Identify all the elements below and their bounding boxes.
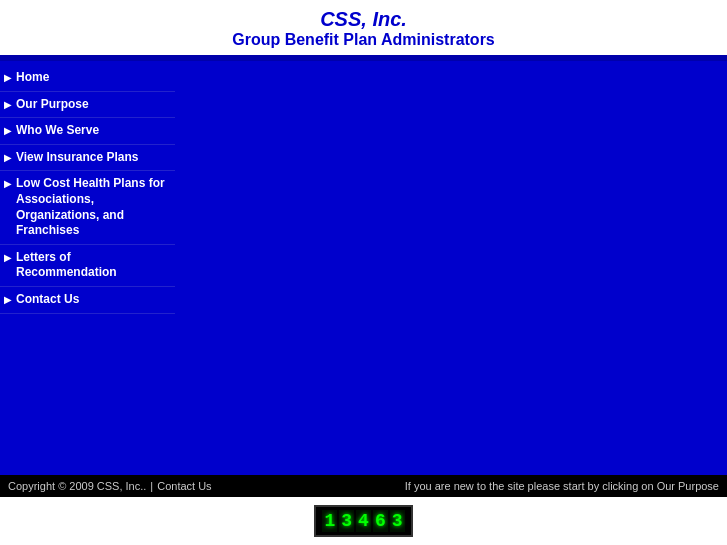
sidebar-item-label: Letters of Recommendation <box>16 250 169 281</box>
footer-copyright: Copyright © 2009 CSS, Inc.. <box>8 480 146 492</box>
sidebar-item-home[interactable]: ▶Home <box>0 65 175 92</box>
page-footer: Copyright © 2009 CSS, Inc.. | Contact Us… <box>0 475 727 497</box>
sidebar-item-label: View Insurance Plans <box>16 150 139 166</box>
site-subtitle: Group Benefit Plan Administrators <box>0 31 727 49</box>
sidebar-bullet-icon: ▶ <box>4 72 12 83</box>
sidebar: ▶Home▶Our Purpose▶Who We Serve▶View Insu… <box>0 61 175 475</box>
counter-digit-3: 6 <box>373 510 388 532</box>
counter-digit-4: 3 <box>390 510 405 532</box>
footer-separator: | <box>150 480 153 492</box>
counter-digit-0: 1 <box>322 510 337 532</box>
site-title: CSS, Inc. <box>0 8 727 31</box>
sidebar-bullet-icon: ▶ <box>4 252 12 263</box>
sidebar-item-letters-of-recommendation[interactable]: ▶Letters of Recommendation <box>0 245 175 287</box>
counter-digit-1: 3 <box>339 510 354 532</box>
footer-left: Copyright © 2009 CSS, Inc.. | Contact Us <box>8 480 212 492</box>
sidebar-bullet-icon: ▶ <box>4 125 12 136</box>
sidebar-item-who-we-serve[interactable]: ▶Who We Serve <box>0 118 175 145</box>
sidebar-item-label: Our Purpose <box>16 97 89 113</box>
sidebar-bullet-icon: ▶ <box>4 152 12 163</box>
counter-display: 13463 <box>314 505 412 537</box>
sidebar-item-view-insurance-plans[interactable]: ▶View Insurance Plans <box>0 145 175 172</box>
sidebar-item-label: Who We Serve <box>16 123 99 139</box>
sidebar-bullet-icon: ▶ <box>4 294 12 305</box>
footer-message: If you are new to the site please start … <box>405 480 719 492</box>
sidebar-item-contact-us[interactable]: ▶Contact Us <box>0 287 175 314</box>
counter-area: 13463 <box>0 497 727 545</box>
sidebar-item-our-purpose[interactable]: ▶Our Purpose <box>0 92 175 119</box>
sidebar-item-low-cost-health-plans[interactable]: ▶Low Cost Health Plans for Associations,… <box>0 171 175 244</box>
page-header: CSS, Inc. Group Benefit Plan Administrat… <box>0 0 727 55</box>
footer-contact-link[interactable]: Contact Us <box>157 480 211 492</box>
sidebar-item-label: Contact Us <box>16 292 79 308</box>
counter-digit-2: 4 <box>356 510 371 532</box>
main-content <box>175 61 727 475</box>
sidebar-bullet-icon: ▶ <box>4 99 12 110</box>
sidebar-bullet-icon: ▶ <box>4 178 12 189</box>
main-layout: ▶Home▶Our Purpose▶Who We Serve▶View Insu… <box>0 61 727 475</box>
sidebar-item-label: Home <box>16 70 49 86</box>
sidebar-item-label: Low Cost Health Plans for Associations, … <box>16 176 169 238</box>
